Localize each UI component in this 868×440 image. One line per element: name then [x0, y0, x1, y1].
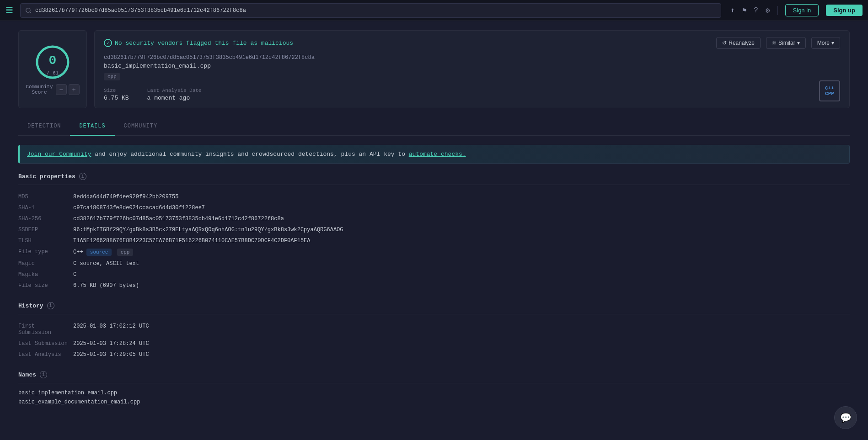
table-row: Magika C [18, 269, 850, 280]
list-item: basic_implementation_email.cpp [18, 390, 850, 396]
prop-label: Last Analysis [18, 349, 73, 360]
table-row: SHA-1 c97ca1808743fe8de021ccacad6d4d30f1… [18, 202, 850, 213]
file-tags: cpp [104, 73, 840, 80]
tab-details[interactable]: DETAILS [70, 117, 114, 136]
score-buttons: − + [56, 84, 80, 95]
file-card-bottom: Size 6.75 KB Last Analysis Date a moment… [104, 80, 840, 101]
more-button[interactable]: More ▾ [811, 37, 840, 49]
topnav: ☰ ⬆ ⚑ ? ⚙ Sign in Sign up [0, 0, 868, 21]
file-date-item: Last Analysis Date a moment ago [147, 88, 202, 101]
names-info-icon[interactable]: i [40, 371, 47, 378]
upload-icon[interactable]: ⬆ [730, 6, 735, 15]
prop-label: SHA-1 [18, 202, 73, 213]
prop-value: 6.75 KB (6907 bytes) [73, 280, 850, 291]
file-actions: ↺ Reanalyze ≋ Similar ▾ More ▾ [716, 37, 840, 49]
source-tag[interactable]: source [86, 249, 112, 256]
basic-properties-title: Basic properties [18, 173, 75, 180]
table-row: MD5 8eddda6d4d749fdee929f942bb209755 [18, 191, 850, 202]
prop-value: cd382617b779f726bc07d85ac05173753f3835cb… [73, 213, 850, 224]
check-icon: ✓ [104, 39, 112, 47]
signin-button[interactable]: Sign in [785, 4, 819, 16]
basic-properties-section: Basic properties i MD5 8eddda6d4d749fdee… [18, 173, 850, 291]
tab-community[interactable]: COMMUNITY [115, 117, 166, 136]
main-content: 0 / 61 CommunityScore − + ✓ No security … [0, 21, 868, 425]
file-type-badge: C++CPP [819, 80, 840, 101]
prop-label: SHA-256 [18, 213, 73, 224]
prop-value: T1A5E1266288676E8B4223C57EA76B71F516226B… [73, 235, 850, 246]
prop-value: 8eddda6d4d749fdee929f942bb209755 [73, 191, 850, 202]
history-header: History i [18, 302, 850, 314]
score-plus-button[interactable]: + [69, 84, 80, 95]
prop-label: First Submission [18, 321, 73, 338]
prop-label: File size [18, 280, 73, 291]
chat-icon: 💬 [840, 412, 852, 424]
logo-icon: ☰ [5, 5, 13, 16]
tabs: DETECTION DETAILS COMMUNITY [18, 117, 850, 136]
prop-value: 2025-01-03 17:29:05 UTC [73, 349, 850, 360]
date-value: a moment ago [147, 95, 202, 101]
help-icon[interactable]: ? [754, 6, 758, 15]
nav-divider [777, 6, 778, 15]
table-row: Magic C source, ASCII text [18, 258, 850, 269]
signup-button[interactable]: Sign up [826, 5, 863, 16]
chat-fab-button[interactable]: 💬 [834, 406, 857, 429]
names-section: Names i basic_implementation_email.cpp b… [18, 371, 850, 405]
size-value: 6.75 KB [104, 95, 129, 101]
file-name: basic_implementation_email.cpp [104, 63, 840, 69]
prop-label: Magika [18, 269, 73, 280]
prop-label: Last Submission [18, 338, 73, 349]
prop-label: Magic [18, 258, 73, 269]
automate-checks-link[interactable]: automate checks. [409, 151, 466, 158]
join-community-link[interactable]: Join our Community [27, 151, 91, 158]
date-label: Last Analysis Date [147, 88, 202, 93]
settings-icon[interactable]: ⚙ [766, 6, 770, 15]
list-item: basic_example_documentation_email.cpp [18, 399, 850, 405]
table-row: SHA-256 cd382617b779f726bc07d85ac0517375… [18, 213, 850, 224]
clean-message: No security vendors flagged this file as… [115, 40, 293, 47]
size-label: Size [104, 88, 129, 93]
prop-value: 96:tMpkITGBf29QY/gxBk8s3B5ck279ELtyaAQRx… [73, 224, 850, 235]
similar-icon: ≋ [772, 40, 777, 46]
cpp-tag[interactable]: cpp [117, 249, 134, 256]
table-row: Last Submission 2025-01-03 17:28:24 UTC [18, 338, 850, 349]
history-title: History [18, 302, 43, 309]
file-meta: Size 6.75 KB Last Analysis Date a moment… [104, 83, 201, 101]
file-info-card: ✓ No security vendors flagged this file … [94, 30, 850, 108]
search-input[interactable] [35, 7, 716, 14]
names-header: Names i [18, 371, 850, 383]
basic-properties-table: MD5 8eddda6d4d749fdee929f942bb209755 SHA… [18, 191, 850, 291]
table-row: Last Analysis 2025-01-03 17:29:05 UTC [18, 349, 850, 360]
table-row: TLSH T1A5E1266288676E8B4223C57EA76B71F51… [18, 235, 850, 246]
basic-properties-info-icon[interactable]: i [79, 173, 86, 180]
file-cpp-tag[interactable]: cpp [104, 73, 120, 80]
history-info-icon[interactable]: i [47, 302, 54, 309]
table-row: File type C++ source cpp [18, 246, 850, 258]
prop-value: C++ source cpp [73, 246, 850, 258]
reanalyze-button[interactable]: ↺ Reanalyze [716, 37, 761, 49]
names-list: basic_implementation_email.cpp basic_exa… [18, 390, 850, 405]
history-section: History i First Submission 2025-01-03 17… [18, 302, 850, 360]
filetype-text: C++ [73, 249, 83, 255]
tab-detection[interactable]: DETECTION [18, 117, 70, 136]
table-row: File size 6.75 KB (6907 bytes) [18, 280, 850, 291]
search-icon [25, 7, 32, 14]
svg-point-0 [26, 8, 30, 12]
banner-text: and enjoy additional community insights … [91, 151, 408, 158]
table-row: SSDEEP 96:tMpkITGBf29QY/gxBk8s3B5ck279EL… [18, 224, 850, 235]
prop-value: C [73, 269, 850, 280]
file-card-top: ✓ No security vendors flagged this file … [104, 37, 840, 49]
similar-button[interactable]: ≋ Similar ▾ [766, 37, 806, 49]
score-card: 0 / 61 CommunityScore − + [18, 30, 87, 108]
prop-label: File type [18, 246, 73, 258]
score-minus-button[interactable]: − [56, 84, 67, 95]
score-circle: 0 / 61 [34, 44, 71, 80]
search-bar[interactable] [20, 3, 721, 18]
chevron-down-icon: ▾ [797, 40, 800, 46]
prop-value: c97ca1808743fe8de021ccacad6d4d30f1228ee7 [73, 202, 850, 213]
reanalyze-icon: ↺ [722, 40, 727, 46]
file-hash: cd382617b779f726bc07d85ac05173753f3835cb… [104, 54, 840, 61]
names-title: Names [18, 371, 36, 378]
flag-icon[interactable]: ⚑ [742, 6, 747, 15]
score-label-row: CommunityScore − + [26, 84, 79, 95]
header-row: 0 / 61 CommunityScore − + ✓ No security … [18, 30, 850, 108]
